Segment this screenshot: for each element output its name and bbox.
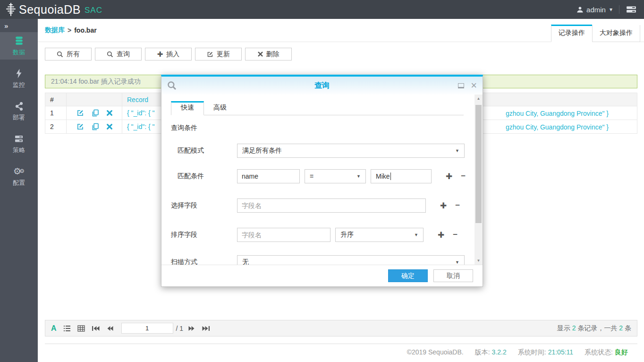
- user-menu[interactable]: admin ▾: [576, 6, 612, 14]
- footer-divider: [45, 344, 637, 344]
- select-arrow-icon: ▼: [356, 174, 361, 179]
- cancel-button[interactable]: 取消: [433, 269, 473, 282]
- top-bar: SequoiaDB SAC admin ▾: [0, 0, 644, 19]
- host-list-button[interactable]: [626, 5, 636, 14]
- dialog-title: 查询: [161, 81, 483, 91]
- edit-icon: [207, 51, 213, 58]
- remove-sort-icon[interactable]: −: [453, 230, 458, 240]
- dialog-footer: 确定 取消: [161, 265, 483, 286]
- record-text-left: { "_id": { ": [127, 109, 155, 117]
- condition-operator-select[interactable]: = ▼: [305, 169, 366, 183]
- record-text-left: { "_id": { ": [127, 123, 155, 130]
- record-text-right: gzhou City, Guangdong Province" }: [506, 106, 609, 120]
- insert-button[interactable]: ✚ 插入: [145, 48, 192, 60]
- condition-field-input[interactable]: [237, 169, 300, 183]
- copyright: ©2019 SequoiaDB.: [407, 348, 464, 357]
- sidebar-item-config[interactable]: ⚙⚙ 配置: [0, 163, 38, 190]
- sort-field-input[interactable]: [237, 228, 330, 242]
- sidebar-item-label: 部署: [13, 113, 25, 122]
- app-subtitle: SAC: [85, 6, 102, 15]
- user-icon: [576, 6, 584, 13]
- condition-value-input[interactable]: Mike: [371, 169, 432, 183]
- user-name: admin: [586, 6, 606, 14]
- breadcrumb-separator: >: [68, 26, 71, 34]
- delete-record-icon[interactable]: [107, 124, 112, 129]
- match-condition-label: 匹配条件: [171, 172, 237, 181]
- database-icon: [14, 35, 24, 47]
- next-page-icon[interactable]: [188, 326, 195, 331]
- sidebar-item-label: 策略: [13, 146, 25, 155]
- edit-record-icon[interactable]: [76, 123, 84, 130]
- grid-view-icon[interactable]: [77, 325, 85, 332]
- version-label: 版本:: [475, 348, 490, 356]
- scroll-up-icon[interactable]: ▲: [475, 95, 483, 103]
- dialog-header[interactable]: 查询 ×: [161, 77, 483, 95]
- status-footer: ©2019 SequoiaDB. 版本:3.2.2 系统时间:21:05:11 …: [407, 348, 628, 357]
- match-mode-select[interactable]: 满足所有条件 ▼: [237, 144, 465, 158]
- share-nodes-icon: [15, 101, 24, 112]
- sidebar-collapse-button[interactable]: »: [0, 19, 38, 32]
- plus-icon: ✚: [157, 50, 163, 59]
- select-arrow-icon: ▼: [455, 148, 459, 153]
- delete-button[interactable]: 删除: [245, 48, 292, 60]
- sort-order-select[interactable]: 升序 ▼: [335, 228, 424, 242]
- scroll-down-icon[interactable]: ▼: [475, 257, 483, 265]
- system-time-label: 系统时间:: [518, 348, 546, 356]
- sidebar-item-label: 数据: [13, 48, 25, 57]
- sidebar-item-deploy[interactable]: 部署: [0, 97, 38, 125]
- first-page-icon[interactable]: [92, 326, 100, 331]
- query-button[interactable]: 查询: [95, 48, 142, 60]
- tab-record-operations[interactable]: 记录操作: [551, 25, 592, 42]
- copy-record-icon[interactable]: [92, 109, 99, 117]
- maximize-icon[interactable]: [458, 83, 464, 88]
- breadcrumb-current: foo.bar: [74, 26, 96, 34]
- remove-condition-icon[interactable]: −: [461, 172, 466, 181]
- close-icon[interactable]: ×: [471, 82, 477, 89]
- font-size-toggle[interactable]: A: [51, 324, 57, 333]
- tab-advanced[interactable]: 高级: [204, 101, 236, 115]
- dialog-scrollbar[interactable]: ▲ ▼: [475, 95, 483, 265]
- app-title: SequoiaDB: [19, 3, 81, 17]
- copy-record-icon[interactable]: [92, 123, 99, 130]
- sidebar-item-label: 监控: [13, 81, 25, 89]
- update-button[interactable]: 更新: [195, 48, 242, 60]
- last-page-icon[interactable]: [202, 326, 210, 331]
- search-icon: [57, 51, 63, 58]
- page-total: / 1: [176, 325, 184, 332]
- tab-quick[interactable]: 快速: [171, 101, 204, 115]
- sidebar-item-strategy[interactable]: 策略: [0, 130, 38, 157]
- tab-lob-operations[interactable]: 大对象操作: [592, 25, 640, 42]
- select-arrow-icon: ▼: [414, 233, 418, 237]
- scan-mode-label: 扫描方式: [171, 258, 237, 265]
- select-field-input[interactable]: [237, 198, 426, 213]
- edit-record-icon[interactable]: [76, 109, 84, 117]
- scrollbar-thumb[interactable]: [475, 105, 482, 223]
- delete-record-icon[interactable]: [107, 110, 112, 116]
- breadcrumb-database-link[interactable]: 数据库: [45, 26, 65, 34]
- sidebar-item-monitor[interactable]: 监控: [0, 65, 38, 92]
- all-button[interactable]: 所有: [45, 48, 92, 60]
- system-time-value: 21:05:11: [548, 348, 573, 356]
- record-text-right: gzhou City, Guangdong Province" }: [506, 120, 609, 133]
- remove-field-icon[interactable]: −: [455, 201, 460, 211]
- system-status-value: 良好: [615, 348, 628, 356]
- list-view-icon[interactable]: [63, 325, 71, 332]
- sort-fields-label: 排序字段: [171, 231, 237, 239]
- lightning-icon: [15, 68, 23, 79]
- operation-tabs: 记录操作 大对象操作: [551, 25, 640, 42]
- add-sort-icon[interactable]: ✚: [438, 230, 444, 240]
- sequoia-tree-icon: [5, 2, 17, 17]
- prev-page-icon[interactable]: [107, 326, 114, 331]
- add-condition-icon[interactable]: ✚: [446, 172, 452, 181]
- header-index: #: [45, 93, 66, 106]
- app-logo: SequoiaDB SAC: [5, 2, 102, 17]
- x-icon: [258, 52, 263, 57]
- add-field-icon[interactable]: ✚: [440, 201, 447, 211]
- sidebar-item-data[interactable]: 数据: [0, 32, 38, 60]
- row-index: 1: [45, 106, 66, 120]
- ok-button[interactable]: 确定: [388, 269, 428, 282]
- page-number-input[interactable]: [121, 323, 173, 334]
- search-icon: [107, 51, 113, 58]
- scan-mode-select[interactable]: 无 ▼: [237, 255, 465, 265]
- select-arrow-icon: ▼: [455, 260, 459, 265]
